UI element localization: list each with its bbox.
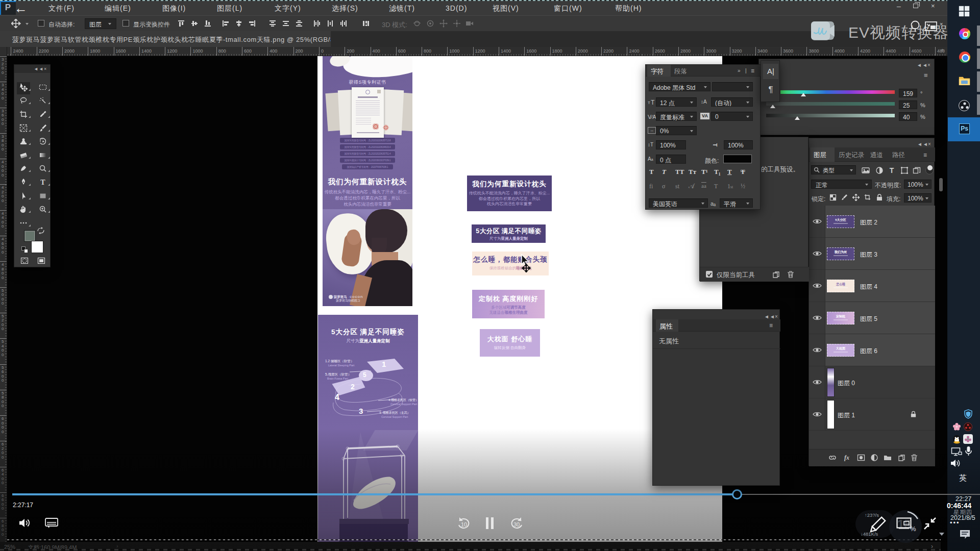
svg-text:30: 30: [513, 521, 520, 528]
svg-text:10: 10: [461, 521, 467, 528]
svg-text:T: T: [890, 166, 894, 174]
svg-text:fx: fx: [844, 454, 849, 461]
svg-text:T: T: [40, 179, 45, 186]
